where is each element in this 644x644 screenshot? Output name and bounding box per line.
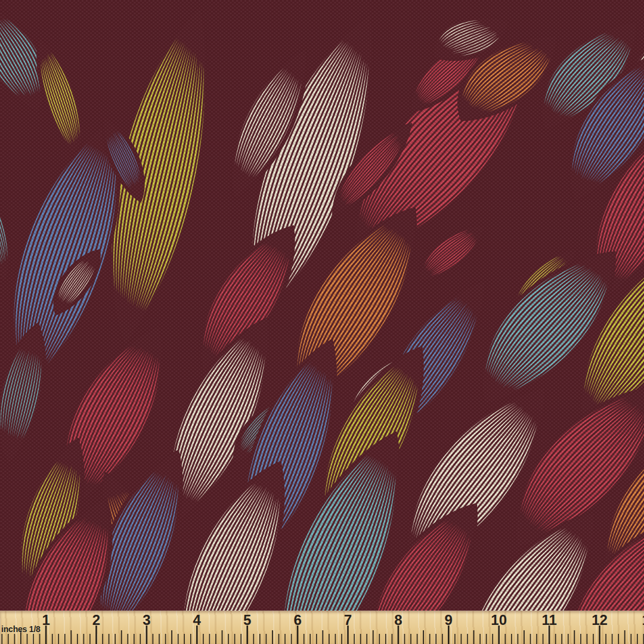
fabric-pattern — [0, 0, 644, 611]
ruler-number: 5 — [243, 612, 251, 628]
ruler-number: 13 — [642, 612, 644, 628]
wavy-strand-pattern-svg — [0, 0, 644, 611]
ruler-number: 9 — [445, 612, 453, 628]
ruler-number: 8 — [394, 612, 402, 628]
canvas-weave-texture — [0, 0, 644, 611]
ruler-number: 4 — [193, 612, 202, 628]
ruler-number: 7 — [344, 612, 352, 628]
wooden-ruler: 12345678910111213 inches 1/8 — [0, 611, 644, 644]
ruler-number: 3 — [143, 612, 150, 628]
ruler-number: 1 — [42, 612, 49, 628]
ruler-number: 2 — [92, 612, 100, 628]
ruler-number: 10 — [491, 612, 507, 628]
ruler-marks-svg: 12345678910111213 — [0, 611, 644, 644]
ruler-unit-label: inches 1/8 — [1, 624, 41, 634]
fabric-swatch-photo: 12345678910111213 inches 1/8 — [0, 0, 644, 644]
ruler-number: 6 — [293, 612, 301, 628]
ruler-number: 11 — [541, 612, 556, 628]
ruler-number: 12 — [592, 612, 608, 628]
